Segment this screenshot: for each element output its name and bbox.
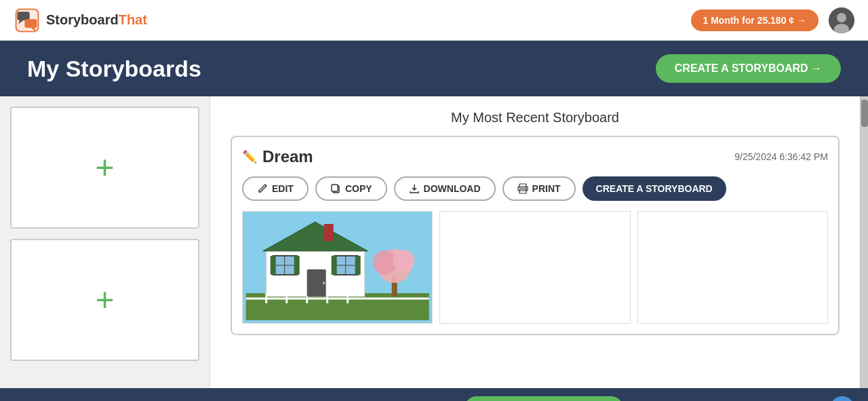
- svg-point-14: [526, 188, 527, 189]
- copy-icon: [330, 183, 341, 194]
- download-button[interactable]: DOWNLOAD: [394, 176, 496, 201]
- create-storyboard-banner-button[interactable]: CREATE A STORYBOARD →: [656, 54, 841, 83]
- create-storyboard-action-button[interactable]: CREATE A STORYBOARD: [583, 176, 726, 201]
- svg-rect-16: [246, 293, 429, 320]
- print-icon: [517, 183, 528, 194]
- storyboard-card: ✏️ Dream 9/25/2024 6:36:42 PM EDIT: [231, 136, 840, 335]
- header: StoryboardThat 1 Month for 25.180 ¢ →: [0, 0, 868, 41]
- main-content: + + My Most Recent Storyboard ✏️ Dream 9…: [0, 96, 868, 388]
- storyboard-name: Dream: [262, 147, 313, 166]
- plus-icon-2: +: [95, 284, 114, 316]
- plus-icon-1: +: [95, 151, 114, 184]
- svg-rect-25: [324, 224, 334, 241]
- user-avatar[interactable]: [829, 7, 854, 33]
- edit-icon: [257, 183, 268, 194]
- panel-2: [439, 211, 630, 324]
- svg-rect-10: [332, 185, 338, 191]
- panel-1: [242, 211, 433, 324]
- avatar-icon: [829, 7, 854, 33]
- svg-rect-34: [271, 256, 276, 275]
- logo-text: StoryboardThat: [46, 12, 147, 28]
- scrollbar-thumb[interactable]: [861, 100, 868, 127]
- content-area: My Most Recent Storyboard ✏️ Dream 9/25/…: [210, 96, 860, 388]
- header-right: 1 Month for 25.180 ¢ →: [691, 7, 854, 33]
- storyboard-date: 9/25/2024 6:36:42 PM: [734, 151, 828, 162]
- svg-rect-36: [332, 256, 337, 275]
- download-icon: [409, 183, 420, 194]
- storyboard-header: ✏️ Dream 9/25/2024 6:36:42 PM: [242, 147, 828, 166]
- upgrade-button[interactable]: 1 Month for 25.180 ¢ →: [691, 9, 818, 31]
- logo-icon: [14, 7, 41, 34]
- svg-rect-4: [24, 19, 37, 28]
- house-scene-svg: [243, 212, 432, 320]
- action-buttons: EDIT COPY DOWNLOAD: [242, 176, 828, 201]
- svg-rect-2: [17, 12, 29, 20]
- panel-3: [637, 211, 828, 324]
- svg-rect-12: [519, 189, 526, 193]
- bottom-create-storyboard-button[interactable]: CREATE A STORYBOARD →: [465, 396, 623, 401]
- panels-container: [242, 211, 828, 324]
- scrollbar[interactable]: [860, 96, 868, 388]
- accessibility-button[interactable]: [830, 396, 854, 401]
- section-title: My Most Recent Storyboard: [231, 110, 840, 126]
- svg-point-27: [323, 282, 326, 284]
- bottom-banner: Explore Your Creative Potential Today! C…: [0, 388, 868, 401]
- sidebar-new-card-2[interactable]: +: [10, 239, 199, 361]
- print-button[interactable]: PRINT: [502, 176, 576, 201]
- svg-point-7: [837, 13, 846, 22]
- sidebar: + +: [0, 96, 210, 388]
- page-banner: My Storyboards CREATE A STORYBOARD →: [0, 41, 868, 96]
- page-title: My Storyboards: [27, 56, 201, 82]
- pencil-icon: ✏️: [242, 149, 257, 164]
- svg-rect-35: [294, 256, 300, 275]
- copy-button[interactable]: COPY: [315, 176, 387, 201]
- svg-rect-37: [355, 256, 361, 275]
- svg-rect-11: [519, 184, 526, 188]
- logo[interactable]: StoryboardThat: [14, 7, 147, 34]
- svg-point-41: [393, 250, 415, 271]
- edit-button[interactable]: EDIT: [242, 176, 309, 201]
- sidebar-new-card-1[interactable]: +: [10, 107, 199, 229]
- storyboard-title-area: ✏️ Dream: [242, 147, 313, 166]
